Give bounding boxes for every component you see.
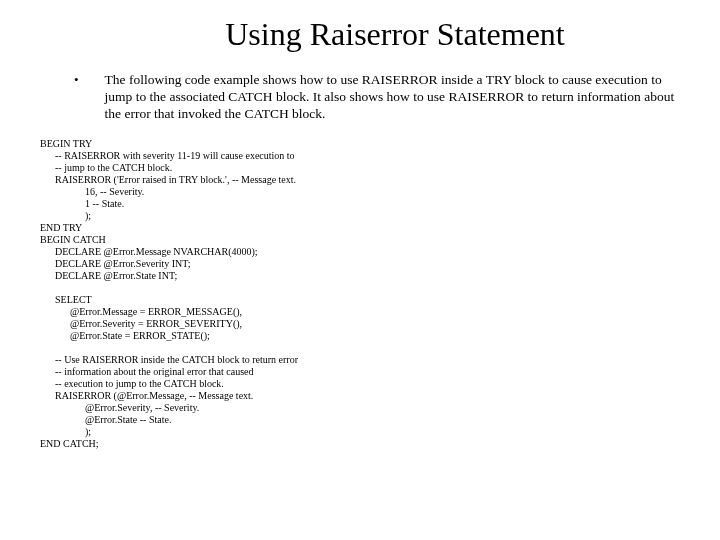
bullet-block: • The following code example shows how t… <box>40 71 680 122</box>
slide: Using Raiserror Statement • The followin… <box>0 0 720 540</box>
bullet-text: The following code example shows how to … <box>105 71 680 122</box>
bullet-marker: • <box>74 71 79 88</box>
code-block: BEGIN TRY -- RAISERROR with severity 11-… <box>40 138 680 450</box>
slide-title: Using Raiserror Statement <box>40 16 680 53</box>
